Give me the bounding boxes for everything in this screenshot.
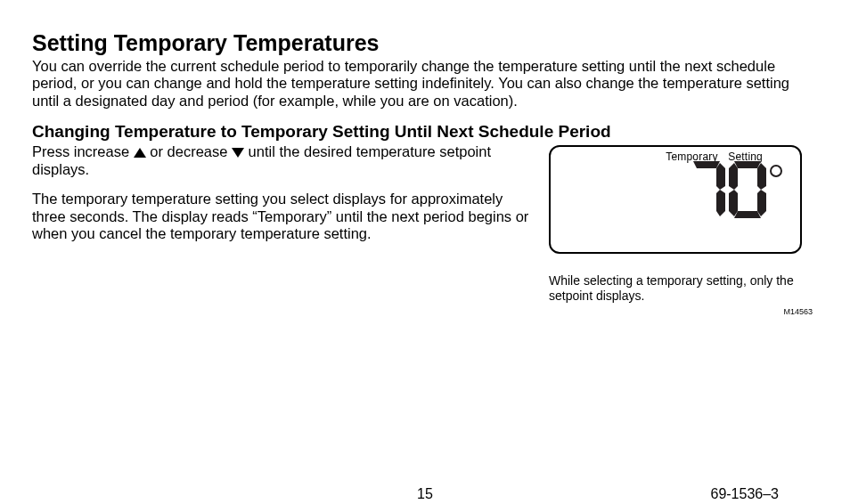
p1-part-a: Press increase [32, 143, 134, 159]
svg-marker-1 [716, 163, 725, 190]
degree-symbol-icon [770, 165, 782, 177]
svg-marker-6 [734, 211, 761, 218]
svg-marker-3 [734, 161, 761, 168]
document-number: 69-1536–3 [710, 486, 779, 502]
increase-triangle-icon [134, 148, 146, 158]
svg-marker-2 [716, 190, 725, 216]
section-subheading: Changing Temperature to Temporary Settin… [32, 122, 818, 142]
instruction-p1: Press increase or decrease until the des… [32, 143, 531, 178]
lcd-illustration: Temporary Setting [549, 145, 816, 304]
digit-zero [729, 159, 766, 220]
p1-part-b: or decrease [146, 143, 232, 159]
manual-page: Setting Temporary Temperatures You can o… [0, 0, 850, 504]
digit-seven [688, 159, 725, 220]
instruction-text: Press increase or decrease until the des… [32, 143, 531, 304]
display-illustration-column: Temporary Setting [549, 143, 816, 304]
svg-marker-4 [757, 163, 766, 190]
page-number: 15 [417, 486, 433, 502]
svg-marker-8 [729, 163, 738, 190]
intro-paragraph: You can override the current schedule pe… [32, 58, 818, 110]
svg-marker-0 [693, 161, 720, 168]
svg-marker-7 [729, 190, 738, 216]
two-column-layout: Press increase or decrease until the des… [32, 143, 818, 304]
page-heading: Setting Temporary Temperatures [32, 30, 818, 56]
lcd-temperature-digits [688, 159, 766, 224]
figure-code: M14563 [783, 307, 813, 316]
decrease-triangle-icon [232, 148, 244, 158]
lcd-frame: Temporary Setting [549, 145, 802, 254]
figure-caption: While selecting a temporary setting, onl… [549, 273, 816, 304]
instruction-p2: The temporary temperature setting you se… [32, 191, 531, 242]
svg-marker-5 [757, 190, 766, 216]
